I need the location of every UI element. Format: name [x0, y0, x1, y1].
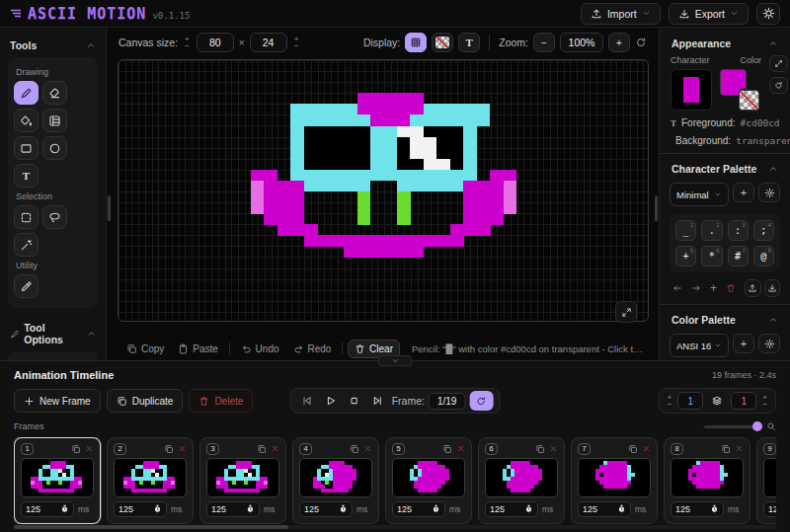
- stop-button[interactable]: [345, 392, 364, 410]
- tool-options-section-header[interactable]: Tool Options: [8, 320, 98, 351]
- char-button-4[interactable]: ;4: [753, 220, 774, 241]
- ellipse-tool-button[interactable]: [42, 136, 67, 160]
- frame-card[interactable]: 2 125 ms: [107, 437, 194, 524]
- frame-duration-input[interactable]: 125: [299, 501, 353, 517]
- tools-section-header[interactable]: Tools: [8, 38, 98, 57]
- stepper-minus[interactable]: −: [668, 402, 672, 408]
- frame-card[interactable]: 6 125 ms: [478, 437, 565, 524]
- canvas-height-stepper[interactable]: +−: [292, 37, 301, 49]
- stepper-minus[interactable]: −: [294, 43, 299, 49]
- zoom-in-button[interactable]: +: [608, 33, 630, 52]
- frame-delete-icon[interactable]: [549, 444, 558, 453]
- transparency-toggle-button[interactable]: [432, 33, 453, 52]
- frame-card[interactable]: 5 125 ms: [385, 437, 472, 524]
- zoom-reset-icon[interactable]: [635, 37, 647, 48]
- new-frame-button[interactable]: New Frame: [14, 389, 101, 413]
- frame-delete-icon[interactable]: [178, 444, 187, 453]
- canvas-height-input[interactable]: 24: [250, 33, 287, 52]
- frame-duration-input[interactable]: 125: [114, 501, 167, 517]
- frame-thumbnail[interactable]: [114, 458, 187, 497]
- frame-duration-input[interactable]: 125: [578, 501, 631, 517]
- stepper-minus[interactable]: −: [185, 43, 190, 49]
- import-palette-button[interactable]: [745, 279, 760, 297]
- eyedropper-tool-button[interactable]: [14, 274, 39, 298]
- frame-duplicate-icon[interactable]: [721, 444, 731, 454]
- onion-prev-stepper[interactable]: +−: [666, 395, 674, 408]
- frame-card[interactable]: 4 125 ms: [292, 437, 379, 524]
- background-color-swatch[interactable]: [739, 90, 759, 111]
- character-palette-settings-button[interactable]: [758, 183, 780, 202]
- scrollbar-thumb[interactable]: [14, 525, 288, 529]
- theme-toggle-button[interactable]: [756, 3, 780, 25]
- char-button-3[interactable]: :3: [728, 220, 749, 241]
- character-palette-select[interactable]: Minimal ASC: [670, 183, 729, 206]
- duplicate-frame-button[interactable]: Duplicate: [107, 389, 184, 413]
- frame-card[interactable]: 9 125 ms: [756, 437, 776, 524]
- gradient-tool-button[interactable]: [42, 109, 67, 132]
- fill-tool-button[interactable]: [14, 109, 39, 132]
- palette-next-button[interactable]: [688, 282, 704, 294]
- char-button-7[interactable]: #7: [728, 246, 749, 266]
- frame-delete-icon[interactable]: [363, 444, 372, 453]
- canvas-width-input[interactable]: 80: [197, 33, 234, 52]
- frame-duration-input[interactable]: 125: [485, 501, 538, 517]
- char-button-8[interactable]: @8: [753, 246, 774, 266]
- onion-next-stepper[interactable]: +−: [760, 395, 769, 408]
- add-character-button[interactable]: +: [707, 281, 720, 295]
- frame-thumbnail[interactable]: [21, 458, 94, 497]
- char-button-5[interactable]: +5: [675, 246, 696, 266]
- char-button-2[interactable]: .2: [701, 220, 722, 241]
- text-display-toggle-button[interactable]: T: [458, 33, 480, 52]
- skip-to-end-button[interactable]: [368, 392, 388, 410]
- frame-delete-icon[interactable]: [271, 444, 279, 453]
- frame-duration-input[interactable]: 125: [763, 501, 776, 517]
- zoom-out-button[interactable]: −: [533, 33, 555, 52]
- frame-delete-icon[interactable]: [735, 444, 744, 453]
- frame-thumbnail[interactable]: [392, 458, 465, 497]
- frame-duplicate-icon[interactable]: [628, 444, 638, 454]
- thumbnail-zoom-slider[interactable]: [704, 425, 761, 428]
- frame-thumbnail[interactable]: [578, 458, 651, 497]
- frame-thumbnail[interactable]: [206, 458, 279, 497]
- frame-duplicate-icon[interactable]: [257, 444, 267, 454]
- remove-character-button[interactable]: [723, 282, 739, 294]
- slider-knob[interactable]: [752, 421, 762, 431]
- frame-duplicate-icon[interactable]: [164, 444, 174, 454]
- grid-toggle-button[interactable]: [405, 33, 427, 52]
- export-palette-button[interactable]: [764, 279, 780, 297]
- copy-button[interactable]: Copy: [120, 342, 170, 356]
- frame-duration-input[interactable]: 125: [21, 501, 74, 517]
- magic-wand-tool-button[interactable]: [14, 233, 39, 257]
- play-button[interactable]: [321, 392, 341, 410]
- char-button-1[interactable]: _1: [675, 220, 696, 241]
- frame-duration-input[interactable]: 125: [206, 501, 260, 517]
- reset-colors-button[interactable]: [769, 77, 788, 94]
- onion-prev-input[interactable]: 1: [677, 392, 703, 410]
- character-palette-section-header[interactable]: Character Palette: [670, 161, 780, 181]
- frame-delete-icon[interactable]: [85, 444, 94, 453]
- char-button-6[interactable]: *6: [701, 246, 722, 266]
- select-rectangle-tool-button[interactable]: [14, 205, 39, 229]
- frame-duration-input[interactable]: 125: [392, 501, 445, 517]
- add-color-palette-button[interactable]: +: [733, 334, 754, 353]
- stepper-minus[interactable]: −: [762, 402, 767, 408]
- ascii-canvas[interactable]: [118, 59, 649, 322]
- frame-thumbnail[interactable]: [299, 458, 372, 497]
- rectangle-tool-button[interactable]: [14, 136, 39, 160]
- eraser-tool-button[interactable]: [42, 81, 67, 105]
- color-palette-settings-button[interactable]: [758, 334, 780, 353]
- color-palette-section-header[interactable]: Color Palette: [670, 312, 780, 332]
- frames-scrollbar[interactable]: [14, 525, 776, 529]
- frame-delete-icon[interactable]: [642, 444, 651, 453]
- frame-thumbnail[interactable]: [671, 458, 744, 497]
- palette-prev-button[interactable]: [670, 282, 685, 294]
- text-tool-button[interactable]: T: [14, 164, 39, 188]
- frame-card[interactable]: 7 125 ms: [571, 437, 658, 524]
- frame-card[interactable]: 3 125 ms: [199, 437, 286, 524]
- color-swatches[interactable]: T: [720, 69, 761, 111]
- skip-to-start-button[interactable]: [297, 392, 317, 410]
- frame-duplicate-icon[interactable]: [442, 444, 452, 454]
- frame-card[interactable]: 1 125 ms: [14, 437, 101, 524]
- canvas-expand-button[interactable]: [615, 301, 637, 323]
- paste-button[interactable]: Paste: [172, 342, 224, 356]
